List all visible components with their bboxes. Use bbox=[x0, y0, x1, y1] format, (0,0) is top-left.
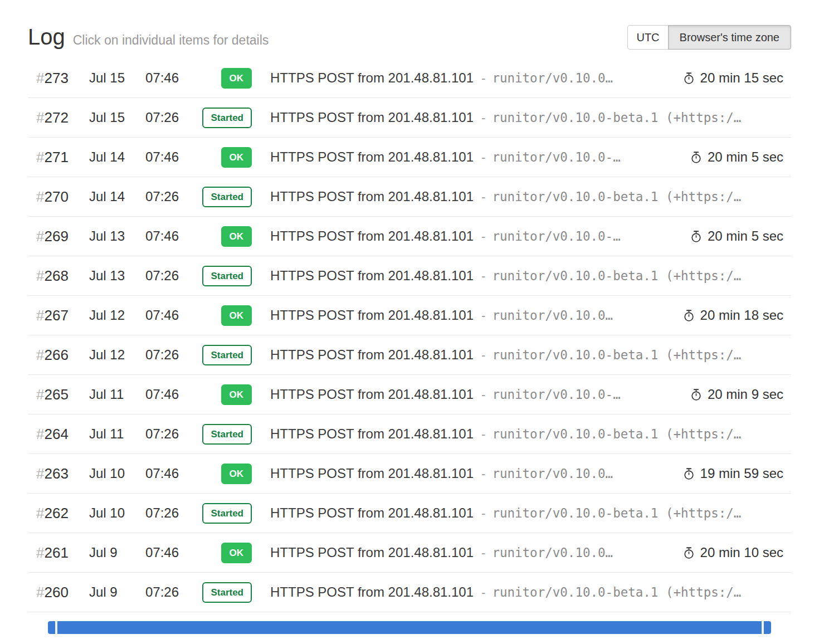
status-badge-cell: Started bbox=[189, 108, 255, 128]
hash-prefix: # bbox=[36, 584, 44, 601]
event-description: HTTPS POST from 201.48.81.101-runitor/v0… bbox=[255, 584, 791, 600]
status-badge: OK bbox=[221, 384, 252, 405]
log-row[interactable]: #266 Jul 12 07:26 Started HTTPS POST fro… bbox=[28, 335, 791, 375]
separator-dash: - bbox=[481, 309, 485, 323]
hash-prefix: # bbox=[36, 149, 44, 165]
separator-dash: - bbox=[481, 427, 485, 441]
stopwatch-icon bbox=[682, 309, 695, 322]
event-time: 07:26 bbox=[135, 505, 189, 521]
utc-button[interactable]: UTC bbox=[627, 25, 668, 50]
event-duration-cell: 20 min 15 sec bbox=[672, 70, 791, 86]
log-row[interactable]: #265 Jul 11 07:46 OK HTTPS POST from 201… bbox=[28, 375, 791, 414]
event-description: HTTPS POST from 201.48.81.101-runitor/v0… bbox=[255, 228, 680, 244]
hash-prefix: # bbox=[36, 544, 44, 561]
event-message: HTTPS POST from 201.48.81.101 bbox=[270, 308, 474, 323]
hash-prefix: # bbox=[36, 386, 44, 403]
separator-dash: - bbox=[481, 230, 485, 243]
log-row[interactable]: #273 Jul 15 07:46 OK HTTPS POST from 201… bbox=[28, 58, 791, 98]
event-description: HTTPS POST from 201.48.81.101-runitor/v0… bbox=[255, 505, 791, 521]
event-message: HTTPS POST from 201.48.81.101 bbox=[270, 387, 474, 402]
status-badge-cell: OK bbox=[189, 384, 255, 405]
browser-timezone-button[interactable]: Browser's time zone bbox=[668, 25, 791, 50]
user-agent: runitor/v0.10.0… bbox=[492, 308, 613, 323]
log-row[interactable]: #263 Jul 10 07:46 OK HTTPS POST from 201… bbox=[28, 454, 791, 494]
event-number: #264 bbox=[28, 426, 79, 443]
event-duration: 20 min 5 sec bbox=[708, 228, 783, 244]
log-row[interactable]: #264 Jul 11 07:26 Started HTTPS POST fro… bbox=[28, 414, 791, 454]
event-description: HTTPS POST from 201.48.81.101-runitor/v0… bbox=[255, 387, 680, 402]
slider-handle-left[interactable] bbox=[55, 621, 57, 634]
log-row[interactable]: #271 Jul 14 07:46 OK HTTPS POST from 201… bbox=[28, 138, 791, 177]
hash-prefix: # bbox=[36, 228, 44, 245]
event-number: #272 bbox=[28, 109, 79, 126]
status-badge-cell: Started bbox=[189, 266, 255, 286]
status-badge-cell: OK bbox=[189, 68, 255, 89]
stopwatch-icon bbox=[682, 467, 695, 480]
slider-handle-right[interactable] bbox=[762, 621, 764, 634]
status-badge: Started bbox=[202, 266, 252, 286]
user-agent: runitor/v0.10.0-… bbox=[492, 387, 620, 402]
hash-prefix: # bbox=[36, 188, 44, 205]
status-badge-cell: Started bbox=[189, 345, 255, 365]
user-agent: runitor/v0.10.0… bbox=[492, 545, 613, 560]
status-badge: OK bbox=[221, 226, 252, 247]
event-number: #261 bbox=[28, 544, 79, 562]
status-badge-cell: OK bbox=[189, 147, 255, 168]
status-badge: OK bbox=[221, 305, 252, 326]
separator-dash: - bbox=[481, 269, 485, 283]
log-row[interactable]: #270 Jul 14 07:26 Started HTTPS POST fro… bbox=[28, 177, 791, 217]
event-duration: 20 min 10 sec bbox=[700, 545, 783, 560]
user-agent: runitor/v0.10.0-beta.1 (+https:/… bbox=[492, 427, 741, 441]
stopwatch-icon bbox=[690, 230, 703, 243]
event-message: HTTPS POST from 201.48.81.101 bbox=[270, 347, 474, 362]
status-badge-cell: OK bbox=[189, 226, 255, 247]
event-time: 07:26 bbox=[135, 110, 189, 125]
log-page: Log Click on individual items for detail… bbox=[0, 25, 819, 634]
event-duration-cell: 20 min 9 sec bbox=[680, 387, 791, 402]
log-row[interactable]: #262 Jul 10 07:26 Started HTTPS POST fro… bbox=[28, 494, 791, 533]
status-badge-cell: Started bbox=[189, 424, 255, 445]
log-row[interactable]: #272 Jul 15 07:26 Started HTTPS POST fro… bbox=[28, 98, 791, 138]
user-agent: runitor/v0.10.0-… bbox=[492, 150, 620, 164]
event-time: 07:26 bbox=[135, 584, 189, 600]
event-message: HTTPS POST from 201.48.81.101 bbox=[270, 149, 474, 164]
user-agent: runitor/v0.10.0-beta.1 (+https:/… bbox=[492, 506, 741, 520]
event-date: Jul 13 bbox=[79, 228, 135, 244]
event-date: Jul 14 bbox=[79, 189, 135, 204]
event-description: HTTPS POST from 201.48.81.101-runitor/v0… bbox=[255, 466, 672, 481]
user-agent: runitor/v0.10.0-beta.1 (+https:/… bbox=[492, 585, 741, 599]
log-row[interactable]: #267 Jul 12 07:46 OK HTTPS POST from 201… bbox=[28, 296, 791, 335]
event-duration: 20 min 15 sec bbox=[700, 70, 783, 86]
event-description: HTTPS POST from 201.48.81.101-runitor/v0… bbox=[255, 110, 791, 125]
event-message: HTTPS POST from 201.48.81.101 bbox=[270, 505, 474, 520]
log-row[interactable]: #261 Jul 9 07:46 OK HTTPS POST from 201.… bbox=[28, 533, 791, 573]
user-agent: runitor/v0.10.0-beta.1 (+https:/… bbox=[492, 189, 741, 204]
event-description: HTTPS POST from 201.48.81.101-runitor/v0… bbox=[255, 149, 680, 165]
event-number: #271 bbox=[28, 149, 79, 166]
event-description: HTTPS POST from 201.48.81.101-runitor/v0… bbox=[255, 268, 791, 284]
event-duration-cell: 20 min 5 sec bbox=[680, 228, 791, 244]
status-badge: Started bbox=[202, 582, 252, 603]
time-range-slider[interactable] bbox=[48, 621, 771, 634]
page-header: Log Click on individual items for detail… bbox=[28, 25, 791, 50]
event-description: HTTPS POST from 201.48.81.101-runitor/v0… bbox=[255, 545, 672, 560]
event-time: 07:46 bbox=[135, 466, 189, 481]
event-time: 07:46 bbox=[135, 228, 189, 244]
event-duration: 20 min 5 sec bbox=[708, 149, 783, 165]
log-row[interactable]: #269 Jul 13 07:46 OK HTTPS POST from 201… bbox=[28, 217, 791, 256]
separator-dash: - bbox=[481, 586, 485, 599]
event-time: 07:46 bbox=[135, 308, 189, 323]
status-badge-cell: Started bbox=[189, 582, 255, 603]
event-number: #265 bbox=[28, 386, 79, 403]
event-description: HTTPS POST from 201.48.81.101-runitor/v0… bbox=[255, 70, 672, 86]
event-date: Jul 9 bbox=[79, 545, 135, 560]
separator-dash: - bbox=[481, 467, 485, 481]
hash-prefix: # bbox=[36, 426, 44, 442]
log-row[interactable]: #268 Jul 13 07:26 Started HTTPS POST fro… bbox=[28, 256, 791, 296]
stopwatch-icon bbox=[682, 547, 695, 559]
hash-prefix: # bbox=[36, 70, 44, 86]
status-badge-cell: OK bbox=[189, 305, 255, 326]
event-date: Jul 12 bbox=[79, 308, 135, 323]
log-row[interactable]: #260 Jul 9 07:26 Started HTTPS POST from… bbox=[28, 573, 791, 612]
user-agent: runitor/v0.10.0… bbox=[492, 71, 613, 85]
